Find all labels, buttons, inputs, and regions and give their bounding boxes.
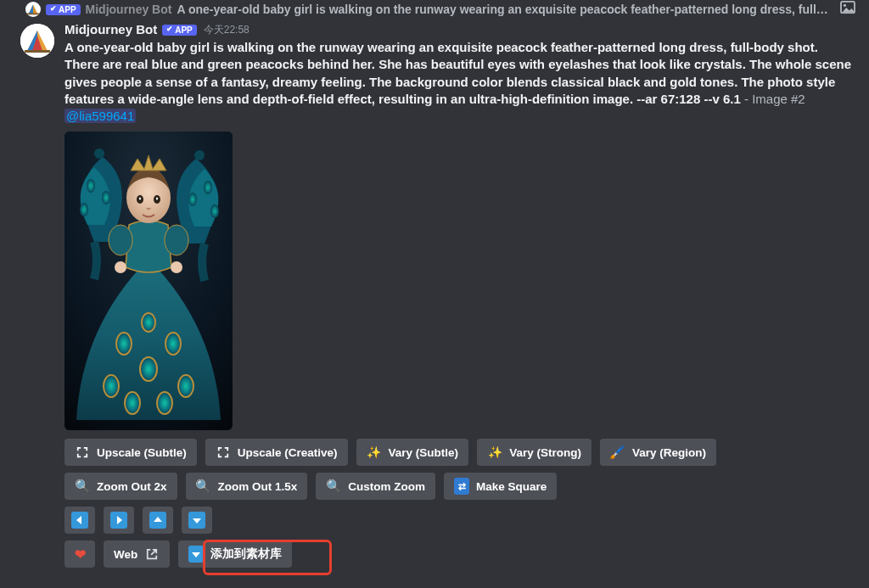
svg-point-17 xyxy=(210,204,219,218)
svg-rect-2 xyxy=(27,14,39,15)
button-row-4: ❤ Web 添加到素材库 xyxy=(64,540,855,568)
brush-icon: 🖌️ xyxy=(610,445,625,460)
label: Vary (Subtle) xyxy=(389,446,459,459)
vary-strong-button[interactable]: ✨ Vary (Strong) xyxy=(477,439,591,466)
make-square-button[interactable]: ⇄ Make Square xyxy=(444,473,557,500)
prompt-main: A one-year-old baby girl is walking on t… xyxy=(64,40,851,106)
bot-name[interactable]: Midjourney Bot xyxy=(64,22,157,37)
svg-point-13 xyxy=(80,203,88,216)
label: Upscale (Creative) xyxy=(238,446,338,459)
external-link-icon xyxy=(144,546,160,562)
label: Zoom Out 2x xyxy=(97,480,167,493)
pan-left-button[interactable] xyxy=(64,507,95,534)
label: Vary (Strong) xyxy=(509,446,581,459)
app-badge: ✔ APP xyxy=(162,25,197,36)
prompt-text: A one-year-old baby girl is walking on t… xyxy=(64,39,855,125)
svg-point-19 xyxy=(116,333,132,355)
svg-point-35 xyxy=(156,198,158,200)
heart-icon: ❤ xyxy=(75,546,86,563)
user-mention[interactable]: @lia599641 xyxy=(64,109,136,123)
app-badge: ✔ APP xyxy=(46,4,81,15)
web-link-button[interactable]: Web xyxy=(104,540,170,568)
svg-point-22 xyxy=(104,375,119,397)
favorite-button[interactable]: ❤ xyxy=(64,540,95,568)
svg-point-23 xyxy=(178,375,193,397)
label: Zoom Out 1.5x xyxy=(218,480,298,493)
vary-subtle-button[interactable]: ✨ Vary (Subtle) xyxy=(356,439,469,466)
upscale-subtle-button[interactable]: Upscale (Subtle) xyxy=(64,439,197,466)
magnifier-icon: 🔍 xyxy=(326,479,341,494)
svg-point-21 xyxy=(140,357,157,381)
prompt-meta: - Image #2 xyxy=(741,92,805,106)
image-preview-icon[interactable] xyxy=(840,1,861,18)
label: Web xyxy=(114,548,137,561)
magnifier-icon: 🔍 xyxy=(75,479,90,494)
svg-point-12 xyxy=(102,191,110,204)
label: Custom Zoom xyxy=(348,480,425,493)
verified-check-icon: ✔ xyxy=(166,25,173,34)
svg-point-16 xyxy=(188,193,197,206)
svg-point-28 xyxy=(165,225,188,255)
svg-point-26 xyxy=(142,313,155,332)
button-row-3 xyxy=(64,507,855,534)
sparkle-icon: ✨ xyxy=(487,445,502,460)
pan-down-button[interactable] xyxy=(182,507,212,534)
svg-point-25 xyxy=(157,392,172,414)
label: Vary (Region) xyxy=(632,446,706,459)
timestamp: 今天22:58 xyxy=(204,24,249,36)
app-badge-label: APP xyxy=(59,5,76,14)
label: Make Square xyxy=(476,480,547,493)
svg-marker-1 xyxy=(29,5,33,14)
add-to-library-button[interactable]: 添加到素材库 xyxy=(178,540,292,568)
button-row-1: Upscale (Subtle) Upscale (Creative) ✨ Va… xyxy=(64,439,855,466)
svg-rect-9 xyxy=(25,50,50,53)
previous-message-row: ✔ APP Midjourney Bot A one-year-old baby… xyxy=(25,0,861,19)
app-badge-label: APP xyxy=(175,25,193,35)
svg-point-4 xyxy=(844,4,846,7)
verified-check-icon: ✔ xyxy=(50,5,57,14)
arrow-left-icon xyxy=(71,512,88,529)
upscale-creative-button[interactable]: Upscale (Creative) xyxy=(205,439,348,466)
expand-icon xyxy=(216,445,231,460)
label: 添加到素材库 xyxy=(210,546,282,562)
previous-message-preview: A one-year-old baby girl is walking on t… xyxy=(177,3,835,16)
svg-point-11 xyxy=(87,179,95,193)
svg-point-24 xyxy=(125,392,140,414)
pan-up-button[interactable] xyxy=(143,507,173,534)
download-icon xyxy=(188,546,204,562)
svg-point-27 xyxy=(109,225,132,255)
button-rows: Upscale (Subtle) Upscale (Creative) ✨ Va… xyxy=(64,439,855,568)
sparkle-icon: ✨ xyxy=(367,445,382,460)
previous-bot-name: Midjourney Bot xyxy=(86,3,172,16)
zoom-out-1-5x-button[interactable]: 🔍 Zoom Out 1.5x xyxy=(186,473,308,500)
bot-avatar[interactable] xyxy=(20,24,54,58)
custom-zoom-button[interactable]: 🔍 Custom Zoom xyxy=(316,473,435,500)
svg-point-30 xyxy=(171,261,182,273)
vary-region-button[interactable]: 🖌️ Vary (Region) xyxy=(600,439,716,466)
button-row-2: 🔍 Zoom Out 2x 🔍 Zoom Out 1.5x 🔍 Custom Z… xyxy=(64,473,855,500)
svg-point-34 xyxy=(139,198,141,200)
zoom-out-2x-button[interactable]: 🔍 Zoom Out 2x xyxy=(64,473,177,500)
previous-avatar xyxy=(25,2,41,17)
svg-point-20 xyxy=(165,333,181,355)
message-header: Midjourney Bot ✔ APP 今天22:58 xyxy=(64,22,855,37)
arrow-down-icon xyxy=(188,512,205,529)
label: Upscale (Subtle) xyxy=(97,446,187,459)
arrow-up-icon xyxy=(149,512,166,529)
generated-image[interactable] xyxy=(64,132,233,430)
svg-point-18 xyxy=(194,150,205,160)
expand-icon xyxy=(75,445,90,460)
message: Midjourney Bot ✔ APP 今天22:58 A one-year-… xyxy=(20,22,855,568)
svg-point-29 xyxy=(115,261,126,273)
svg-point-15 xyxy=(204,181,212,194)
swap-icon: ⇄ xyxy=(454,479,469,494)
pan-right-button[interactable] xyxy=(104,507,134,534)
magnifier-icon: 🔍 xyxy=(196,479,211,494)
svg-point-14 xyxy=(94,148,104,159)
arrow-right-icon xyxy=(110,512,127,529)
